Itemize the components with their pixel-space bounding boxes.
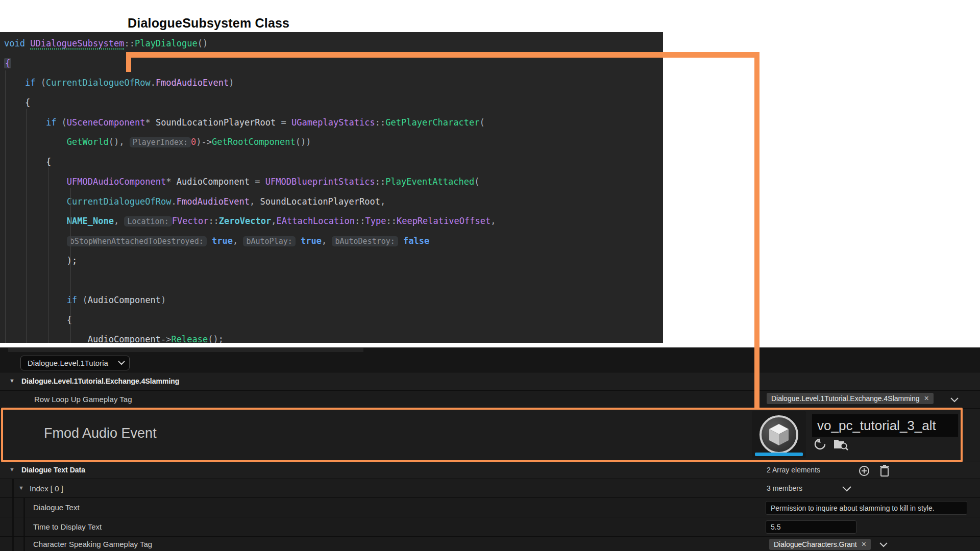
- indent-rail: [12, 498, 14, 517]
- indent-rail: [23, 537, 25, 551]
- dialogue-text-input[interactable]: Permission to inquire about slamming to …: [766, 501, 967, 515]
- cube-icon: [768, 423, 790, 446]
- time-to-display-label: Time to Display Text: [33, 522, 102, 531]
- indent-guide: [48, 167, 49, 343]
- code-line: if (AudioComponent): [4, 290, 496, 310]
- time-to-display-value: 5.5: [771, 523, 780, 531]
- code-line: void UDialogueSubsystem::PlayDialogue(): [4, 34, 496, 54]
- chevron-down-icon[interactable]: [879, 542, 888, 547]
- code-line: if (USceneComponent* SoundLocationPlayer…: [4, 113, 496, 133]
- code-line: NAME_None, Location:FVector::ZeroVector,…: [4, 211, 496, 231]
- indent-rail: [12, 479, 14, 498]
- code-line: CurrentDialogueOfRow.FmodAudioEvent, Sou…: [4, 192, 496, 212]
- connector-vertical: [754, 52, 760, 410]
- asset-name-field[interactable]: vo_pc_tutorial_3_alt: [812, 414, 958, 437]
- asset-name: vo_pc_tutorial_3_alt: [817, 418, 936, 434]
- indent-guide: [26, 109, 27, 343]
- indent-rail: [23, 498, 25, 517]
- use-selected-asset-icon[interactable]: [814, 438, 826, 450]
- index-label: Index [ 0 ]: [30, 484, 63, 493]
- chevron-down-icon[interactable]: [842, 486, 851, 492]
- chevron-down-icon[interactable]: [950, 397, 959, 403]
- connector-horizontal: [126, 52, 760, 58]
- code-line: if (CurrentDialogueOfRow.FmodAudioEvent): [4, 73, 496, 93]
- fmod-audio-event-label: Fmod Audio Event: [44, 425, 157, 441]
- code-block: void UDialogueSubsystem::PlayDialogue(){…: [4, 34, 496, 343]
- gameplay-tag-dropdown-value: Dialogue.Level.1Tutoria: [28, 359, 118, 367]
- indent-rail: [12, 537, 14, 551]
- code-line: {: [4, 93, 496, 113]
- expander-triangle-icon[interactable]: ▼: [9, 466, 15, 472]
- code-line: );: [4, 251, 496, 271]
- add-array-element-button[interactable]: [858, 465, 870, 477]
- annotation-title: DialogueSubsystem Class: [128, 16, 289, 31]
- array-elements-count: 2 Array elements: [767, 466, 820, 474]
- code-line: [4, 270, 496, 290]
- row-loop-label: Row Loop Up Gameplay Tag: [34, 395, 132, 404]
- dialogue-text-label: Dialogue Text: [33, 503, 80, 512]
- indent-guide: [70, 188, 71, 343]
- row-struct-header[interactable]: ▼ Dialogue.Level.1Tutorial.Exchange.4Sla…: [0, 372, 980, 390]
- asset-thumbnail[interactable]: [752, 411, 806, 458]
- asset-thumbnail-circle: [760, 415, 798, 454]
- code-line: bStopWhenAttachedToDestroyed: true, bAut…: [4, 231, 496, 251]
- gameplay-tag-chip-label: Dialogue.Level.1Tutorial.Exchange.4Slamm…: [771, 394, 920, 403]
- expander-triangle-icon[interactable]: ▼: [18, 485, 24, 491]
- code-line: AudioComponent->Release();: [4, 330, 496, 343]
- character-speaking-tag-label: Character Speaking Gameplay Tag: [33, 540, 152, 548]
- gameplay-tag-chip[interactable]: Dialogue.Level.1Tutorial.Exchange.4Slamm…: [767, 393, 934, 404]
- members-count: 3 members: [767, 484, 802, 492]
- row-time-to-display: Time to Display Text 5.5: [0, 517, 980, 536]
- delete-array-button[interactable]: [878, 464, 891, 478]
- row-dialogue-text: Dialogue Text Permission to inquire abou…: [0, 497, 980, 517]
- struct-header-label: Dialogue.Level.1Tutorial.Exchange.4Slamm…: [21, 377, 179, 385]
- dialogue-text-data-label: Dialogue Text Data: [21, 466, 85, 474]
- remove-tag-icon[interactable]: ×: [862, 540, 866, 548]
- code-editor-panel: void UDialogueSubsystem::PlayDialogue(){…: [0, 32, 663, 343]
- expander-triangle-icon[interactable]: ▼: [9, 378, 15, 384]
- character-tag-chip-label: DialogueCharacters.Grant: [774, 540, 857, 548]
- chevron-down-icon[interactable]: [118, 361, 125, 365]
- row-dialogue-text-data[interactable]: ▼ Dialogue Text Data 2 Array elements: [0, 462, 980, 479]
- row-loop-gameplay-tag: Row Loop Up Gameplay Tag Dialogue.Level.…: [0, 390, 980, 408]
- row-array-index-0[interactable]: ▼ Index [ 0 ] 3 members: [0, 479, 980, 497]
- character-tag-chip[interactable]: DialogueCharacters.Grant ×: [769, 539, 871, 550]
- code-line: UFMODAudioComponent* AudioComponent = UF…: [4, 172, 496, 192]
- remove-tag-icon[interactable]: ×: [924, 394, 929, 403]
- code-line: GetWorld(), PlayerIndex:0)->GetRootCompo…: [4, 132, 496, 152]
- row-character-speaking-tag: Character Speaking Gameplay Tag Dialogue…: [0, 536, 980, 551]
- browse-to-asset-icon[interactable]: [834, 438, 848, 450]
- asset-type-color-bar: [755, 453, 803, 456]
- panel-tab-strip: [8, 348, 363, 352]
- screenshot-root: DialogueSubsystem Class void UDialogueSu…: [0, 0, 980, 551]
- indent-rail: [12, 517, 14, 537]
- dialogue-text-value: Permission to inquire about slamming to …: [771, 504, 935, 512]
- code-line: {: [4, 152, 496, 172]
- time-to-display-input[interactable]: 5.5: [766, 520, 856, 534]
- code-line: {: [4, 310, 496, 330]
- gameplay-tag-dropdown[interactable]: Dialogue.Level.1Tutoria: [20, 356, 130, 370]
- indent-rail: [23, 517, 25, 537]
- indent-guide: [5, 70, 6, 343]
